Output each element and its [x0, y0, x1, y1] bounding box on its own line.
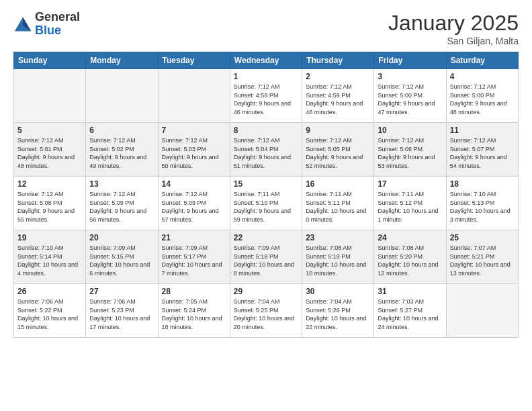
day-info: Sunrise: 7:12 AM Sunset: 5:09 PM Dayligh… [162, 190, 226, 224]
weekday-header-sunday: Sunday [14, 52, 86, 69]
day-info: Sunrise: 7:06 AM Sunset: 5:23 PM Dayligh… [89, 298, 154, 331]
calendar-day-cell: 29Sunrise: 7:04 AM Sunset: 5:25 PM Dayli… [230, 284, 302, 338]
day-info: Sunrise: 7:12 AM Sunset: 5:05 PM Dayligh… [306, 136, 370, 170]
weekday-header-friday: Friday [374, 52, 446, 69]
calendar-day-cell: 16Sunrise: 7:11 AM Sunset: 5:11 PM Dayli… [302, 177, 374, 230]
calendar-day-cell: 23Sunrise: 7:08 AM Sunset: 5:19 PM Dayli… [302, 230, 374, 284]
day-number: 4 [450, 72, 515, 81]
weekday-row: SundayMondayTuesdayWednesdayThursdayFrid… [14, 52, 519, 69]
calendar-day-cell: 5Sunrise: 7:12 AM Sunset: 5:01 PM Daylig… [14, 123, 86, 177]
day-info: Sunrise: 7:11 AM Sunset: 5:12 PM Dayligh… [378, 190, 442, 224]
calendar-day-cell [14, 69, 86, 123]
day-number: 10 [378, 126, 442, 135]
calendar-day-cell: 2Sunrise: 7:12 AM Sunset: 4:59 PM Daylig… [302, 69, 374, 123]
day-number: 22 [234, 233, 298, 242]
day-number: 2 [306, 72, 370, 81]
calendar-day-cell: 7Sunrise: 7:12 AM Sunset: 5:03 PM Daylig… [158, 123, 230, 177]
calendar-day-cell: 11Sunrise: 7:12 AM Sunset: 5:07 PM Dayli… [446, 123, 518, 177]
calendar-day-cell: 31Sunrise: 7:03 AM Sunset: 5:27 PM Dayli… [374, 284, 446, 338]
logo-general: General [35, 10, 80, 24]
day-number: 18 [450, 179, 515, 189]
day-info: Sunrise: 7:04 AM Sunset: 5:26 PM Dayligh… [306, 298, 370, 331]
day-info: Sunrise: 7:12 AM Sunset: 5:06 PM Dayligh… [378, 136, 442, 170]
day-number: 30 [306, 287, 370, 296]
calendar-week-row: 1Sunrise: 7:12 AM Sunset: 4:58 PM Daylig… [14, 69, 519, 123]
day-number: 9 [306, 126, 370, 135]
day-number: 24 [378, 233, 442, 242]
logo-icon [13, 15, 32, 34]
day-number: 13 [89, 179, 154, 189]
day-number: 7 [162, 126, 226, 135]
header: General Blue January 2025 San Giljan, Ma… [13, 11, 519, 46]
day-number: 26 [17, 287, 82, 296]
logo-blue: Blue [35, 24, 61, 37]
day-number: 6 [89, 126, 154, 135]
day-info: Sunrise: 7:09 AM Sunset: 5:17 PM Dayligh… [162, 244, 226, 277]
calendar-day-cell: 13Sunrise: 7:12 AM Sunset: 5:09 PM Dayli… [86, 177, 158, 230]
day-info: Sunrise: 7:11 AM Sunset: 5:11 PM Dayligh… [306, 190, 370, 224]
day-info: Sunrise: 7:12 AM Sunset: 5:09 PM Dayligh… [89, 190, 154, 224]
calendar-day-cell: 14Sunrise: 7:12 AM Sunset: 5:09 PM Dayli… [158, 177, 230, 230]
day-number: 25 [450, 233, 515, 242]
calendar-day-cell: 9Sunrise: 7:12 AM Sunset: 5:05 PM Daylig… [302, 123, 374, 177]
calendar-table: SundayMondayTuesdayWednesdayThursdayFrid… [13, 52, 519, 338]
calendar-day-cell: 27Sunrise: 7:06 AM Sunset: 5:23 PM Dayli… [86, 284, 158, 338]
logo: General Blue [13, 11, 80, 38]
day-info: Sunrise: 7:12 AM Sunset: 5:00 PM Dayligh… [450, 83, 515, 116]
calendar-day-cell: 8Sunrise: 7:12 AM Sunset: 5:04 PM Daylig… [230, 123, 302, 177]
day-number: 14 [162, 179, 226, 189]
calendar-day-cell: 1Sunrise: 7:12 AM Sunset: 4:58 PM Daylig… [230, 69, 302, 123]
calendar-day-cell [446, 284, 518, 338]
weekday-header-tuesday: Tuesday [158, 52, 230, 69]
calendar-day-cell: 21Sunrise: 7:09 AM Sunset: 5:17 PM Dayli… [158, 230, 230, 284]
calendar-day-cell: 12Sunrise: 7:12 AM Sunset: 5:08 PM Dayli… [14, 177, 86, 230]
weekday-header-monday: Monday [86, 52, 158, 69]
day-number: 29 [234, 287, 298, 296]
day-number: 21 [162, 233, 226, 242]
day-info: Sunrise: 7:10 AM Sunset: 5:13 PM Dayligh… [450, 190, 515, 224]
calendar-day-cell: 25Sunrise: 7:07 AM Sunset: 5:21 PM Dayli… [446, 230, 518, 284]
day-info: Sunrise: 7:12 AM Sunset: 5:02 PM Dayligh… [89, 136, 154, 170]
calendar-week-row: 26Sunrise: 7:06 AM Sunset: 5:22 PM Dayli… [14, 284, 519, 338]
day-info: Sunrise: 7:12 AM Sunset: 5:00 PM Dayligh… [378, 83, 442, 116]
weekday-header-thursday: Thursday [302, 52, 374, 69]
calendar-day-cell: 15Sunrise: 7:11 AM Sunset: 5:10 PM Dayli… [230, 177, 302, 230]
day-info: Sunrise: 7:12 AM Sunset: 5:01 PM Dayligh… [17, 136, 82, 170]
page: General Blue January 2025 San Giljan, Ma… [0, 0, 532, 349]
day-number: 1 [234, 72, 298, 81]
day-number: 16 [306, 179, 370, 189]
day-info: Sunrise: 7:12 AM Sunset: 4:59 PM Dayligh… [306, 83, 370, 116]
calendar-day-cell: 17Sunrise: 7:11 AM Sunset: 5:12 PM Dayli… [374, 177, 446, 230]
calendar-day-cell: 6Sunrise: 7:12 AM Sunset: 5:02 PM Daylig… [86, 123, 158, 177]
day-info: Sunrise: 7:12 AM Sunset: 5:08 PM Dayligh… [17, 190, 82, 224]
weekday-header-saturday: Saturday [446, 52, 518, 69]
weekday-header-wednesday: Wednesday [230, 52, 302, 69]
calendar-day-cell: 26Sunrise: 7:06 AM Sunset: 5:22 PM Dayli… [14, 284, 86, 338]
calendar-week-row: 12Sunrise: 7:12 AM Sunset: 5:08 PM Dayli… [14, 177, 519, 230]
day-number: 20 [89, 233, 154, 242]
day-number: 31 [378, 287, 442, 296]
calendar-day-cell: 10Sunrise: 7:12 AM Sunset: 5:06 PM Dayli… [374, 123, 446, 177]
calendar-week-row: 5Sunrise: 7:12 AM Sunset: 5:01 PM Daylig… [14, 123, 519, 177]
day-info: Sunrise: 7:10 AM Sunset: 5:14 PM Dayligh… [17, 244, 82, 277]
calendar-subtitle: San Giljan, Malta [388, 36, 519, 46]
logo-text: General Blue [35, 11, 80, 38]
calendar-day-cell: 3Sunrise: 7:12 AM Sunset: 5:00 PM Daylig… [374, 69, 446, 123]
calendar-header: SundayMondayTuesdayWednesdayThursdayFrid… [14, 52, 519, 69]
day-info: Sunrise: 7:09 AM Sunset: 5:18 PM Dayligh… [234, 244, 298, 277]
day-info: Sunrise: 7:04 AM Sunset: 5:25 PM Dayligh… [234, 298, 298, 331]
day-info: Sunrise: 7:03 AM Sunset: 5:27 PM Dayligh… [378, 298, 442, 331]
day-info: Sunrise: 7:12 AM Sunset: 5:03 PM Dayligh… [162, 136, 226, 170]
day-info: Sunrise: 7:08 AM Sunset: 5:20 PM Dayligh… [378, 244, 442, 277]
title-block: January 2025 San Giljan, Malta [388, 11, 519, 46]
day-info: Sunrise: 7:12 AM Sunset: 4:58 PM Dayligh… [234, 83, 298, 116]
day-info: Sunrise: 7:05 AM Sunset: 5:24 PM Dayligh… [162, 298, 226, 331]
calendar-day-cell: 18Sunrise: 7:10 AM Sunset: 5:13 PM Dayli… [446, 177, 518, 230]
day-info: Sunrise: 7:08 AM Sunset: 5:19 PM Dayligh… [306, 244, 370, 277]
day-number: 3 [378, 72, 442, 81]
calendar-day-cell [158, 69, 230, 123]
day-number: 19 [17, 233, 82, 242]
calendar-day-cell [86, 69, 158, 123]
calendar-day-cell: 28Sunrise: 7:05 AM Sunset: 5:24 PM Dayli… [158, 284, 230, 338]
calendar-day-cell: 24Sunrise: 7:08 AM Sunset: 5:20 PM Dayli… [374, 230, 446, 284]
